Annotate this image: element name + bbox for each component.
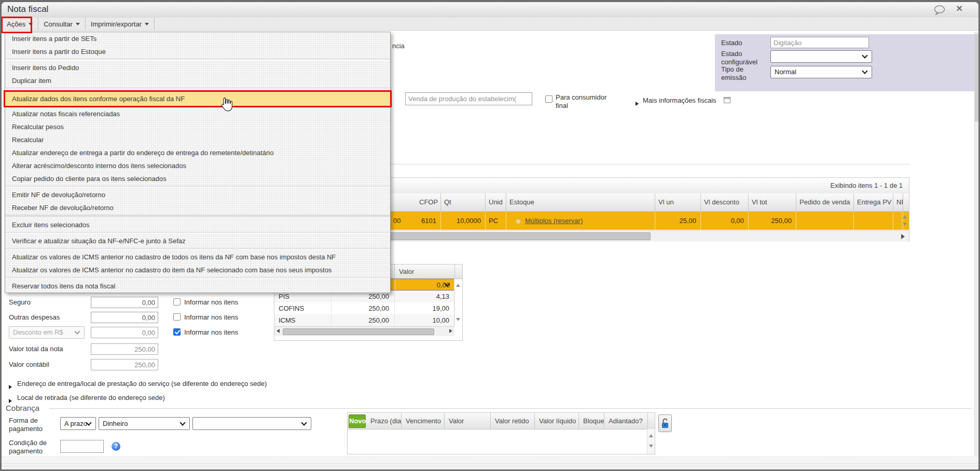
items-grid-header-vl_desconto[interactable]: Vl desconto [701, 193, 749, 211]
payment-header-6[interactable]: Bloqueado [579, 413, 604, 429]
padlock-button[interactable] [658, 414, 672, 432]
totals-row-6: Valor contábil250,00 [9, 358, 268, 371]
chevron-right-icon[interactable] [636, 99, 639, 108]
tax-row-icms[interactable]: ICMS250,0010,00 [274, 314, 454, 326]
items-grid-header-vl_un[interactable]: Vl un [655, 193, 701, 211]
scroll-left-icon[interactable] [277, 329, 280, 333]
payment-header-1[interactable]: Prazo (dias) [366, 413, 402, 429]
menu-separator [5, 277, 390, 279]
vscroll-thumb[interactable] [975, 34, 978, 122]
actions-menu-item[interactable]: Copiar pedido do cliente para os itens s… [5, 172, 390, 185]
help-icon[interactable]: ? [112, 442, 120, 451]
tax-grid-header-valor[interactable]: Valor [395, 265, 455, 279]
scroll-up-icon[interactable] [903, 215, 907, 218]
actions-menu-item-highlighted[interactable]: Atualizar dados dos itens conforme opera… [4, 90, 392, 107]
dropdown-arrow-icon [76, 23, 80, 25]
menu-separator [5, 186, 390, 188]
chevron-right-icon[interactable] [9, 382, 12, 391]
totals-value-input[interactable]: 0,00 [91, 312, 158, 323]
actions-menu-item[interactable]: Recalcular [5, 133, 390, 146]
condicao-pagamento-input[interactable] [60, 440, 104, 453]
items-cell-qt: 10,0000 [441, 212, 486, 230]
totals-value-input[interactable]: 0,00 [91, 297, 158, 308]
fiscal-info-grid-icon[interactable] [724, 97, 730, 103]
forma-pagamento-prazo-select[interactable]: A prazo [60, 417, 96, 430]
tax-cell-name: ICMS [274, 314, 332, 326]
menu-acoes[interactable]: Ações [2, 18, 38, 30]
tax-grid-vscroll[interactable] [454, 279, 462, 326]
actions-menu-item[interactable]: Excluir itens selecionados [5, 218, 390, 231]
scroll-down-icon[interactable] [456, 318, 460, 321]
actions-menu-item[interactable]: Recalcular pesos [5, 120, 390, 133]
items-grid-header-pedido_de_venda[interactable]: Pedido de venda [796, 193, 854, 211]
tipo-emissao-label: Tipo de emissão [721, 65, 769, 82]
endereco-entrega-toggle[interactable]: Endereço de entrega/local de prestação d… [17, 380, 267, 388]
operation-fiscal-input[interactable]: Venda de produção do estabelecim( [405, 92, 532, 105]
totals-row-5: Valor total da nota250,00 [9, 343, 268, 355]
items-grid-header-estoque[interactable]: Estoque [506, 193, 655, 211]
forma-pagamento-meio-select[interactable]: Dinheiro [99, 417, 190, 430]
items-grid-header-entrega_pv[interactable]: Entrega PV [854, 193, 893, 211]
tax-grid-hscroll[interactable] [274, 326, 454, 336]
items-grid-header-unid[interactable]: Unid [486, 193, 506, 211]
tax-row-cofins[interactable]: COFINS250,0019,00 [274, 302, 454, 314]
novo-button[interactable]: Novo [349, 414, 366, 428]
actions-menu-item[interactable]: Verificar e atualizar situação da NF-e/N… [5, 234, 390, 247]
scroll-right-icon[interactable] [901, 234, 905, 239]
actions-menu-item[interactable]: Emitir NF de devolução/retorno [5, 188, 390, 201]
menu-imprimir-exportar[interactable]: Imprimir/exportar [86, 18, 155, 30]
local-retirada-toggle[interactable]: Local de retirada (se diferente do ender… [17, 394, 165, 402]
payment-table-vscroll[interactable] [647, 429, 655, 454]
actions-menu-item[interactable]: Reservar todos itens da nota fiscal [5, 280, 390, 293]
desconto-tipo-select[interactable]: Desconto em R$ [9, 326, 85, 339]
items-grid-header-qt[interactable]: Qt [441, 193, 486, 211]
informar-nos-itens-checkbox[interactable] [173, 313, 181, 321]
payment-header-3[interactable]: Valor [445, 413, 491, 429]
items-cell-estoque: Múltiplos (reservar) [506, 212, 655, 230]
estado-label: Estado [721, 39, 742, 47]
actions-menu-item[interactable]: Atualizar endereço de entrega a partir d… [5, 146, 390, 159]
scroll-up-icon[interactable] [456, 284, 460, 287]
comment-icon[interactable] [934, 5, 946, 17]
payment-header-2[interactable]: Vencimento [402, 413, 445, 429]
items-paging-text: Exibindo itens 1 - 1 de 1 [831, 182, 903, 189]
close-icon[interactable]: ✕ [956, 4, 963, 13]
menu-consultar[interactable]: Consultar [38, 18, 86, 30]
tipo-emissao-select[interactable]: Normal [770, 66, 872, 78]
items-grid-header-nf[interactable]: NF [893, 193, 903, 211]
estoque-multiplos-link[interactable]: Múltiplos (reservar) [525, 217, 583, 225]
payment-header-5[interactable]: Valor líquido [535, 413, 579, 429]
items-grid-vscroll[interactable] [901, 212, 908, 230]
actions-menu-item[interactable]: Atualizar notas fiscais referenciadas [5, 107, 390, 120]
actions-menu-item[interactable]: Inserir itens a partir do Estoque [5, 45, 390, 58]
actions-menu-item[interactable]: Atualizar os valores de ICMS anterior no… [5, 251, 390, 264]
actions-menu-item[interactable]: Duplicar item [5, 74, 390, 87]
items-cell-pedido_de_venda [796, 212, 854, 230]
scroll-up-icon[interactable] [649, 434, 653, 437]
scroll-down-icon[interactable] [903, 223, 907, 226]
totals-value-input: 250,00 [91, 343, 158, 355]
window-vscrollbar[interactable] [974, 32, 978, 456]
mais-informacoes-fiscais-toggle[interactable]: Mais informações fiscais [643, 96, 716, 105]
actions-menu-item[interactable]: Atualizar os valores de ICMS anterior no… [5, 264, 390, 276]
forma-pagamento-extra-select[interactable] [192, 417, 311, 430]
items-grid-header-cfop[interactable]: CFOP [416, 193, 441, 211]
actions-menu-item[interactable]: Receber NF de devolução/retorno [5, 201, 390, 214]
actions-menu-item[interactable]: Inserir itens do Pedido [5, 61, 390, 74]
padlock-icon [661, 418, 669, 428]
actions-menu-item[interactable]: Inserir itens a partir de SETs [5, 32, 390, 45]
payment-header-7[interactable]: Adiantado? [604, 413, 648, 429]
estado-configuravel-select[interactable] [770, 50, 872, 63]
para-consumidor-final-checkbox[interactable] [545, 95, 553, 103]
actions-menu-item[interactable]: Alterar acréscimo/desconto interno dos i… [5, 159, 390, 172]
payment-header-4[interactable]: Valor retido [491, 413, 535, 429]
menu-acoes-label: Ações [7, 20, 25, 28]
acoes-dropdown-menu: Inserir itens a partir de SETsInserir it… [5, 32, 391, 293]
hscroll-thumb[interactable] [283, 328, 434, 335]
informar-nos-itens-checkbox[interactable] [173, 298, 181, 306]
informar-nos-itens-checkbox[interactable] [173, 328, 181, 336]
items-grid-header-vl_tot[interactable]: Vl tot [749, 193, 796, 211]
estado-field: Digitação [770, 37, 869, 48]
scroll-down-icon[interactable] [649, 445, 653, 448]
scroll-right-icon[interactable] [449, 329, 452, 333]
